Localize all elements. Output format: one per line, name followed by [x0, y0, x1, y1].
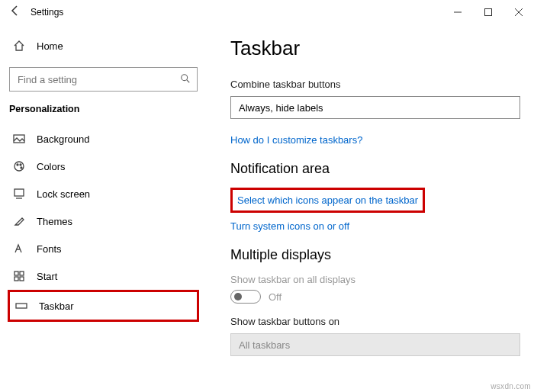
search-input[interactable]	[16, 73, 180, 86]
font-icon	[12, 243, 26, 255]
combine-label: Combine taskbar buttons	[230, 79, 528, 90]
svg-rect-14	[20, 272, 24, 275]
sidebar-item-label: Background	[37, 133, 89, 145]
show-buttons-select[interactable]: All taskbars	[230, 333, 520, 356]
sidebar-home-label: Home	[37, 40, 63, 52]
search-box[interactable]	[9, 67, 198, 92]
svg-point-8	[17, 164, 18, 165]
page-heading: Taskbar	[230, 37, 534, 60]
svg-rect-16	[20, 277, 24, 281]
customize-link[interactable]: How do I customize taskbars?	[230, 134, 528, 146]
sidebar-item-label: Taskbar	[39, 300, 74, 312]
sidebar-item-label: Start	[37, 271, 57, 282]
sidebar-item-lockscreen[interactable]: Lock screen	[0, 180, 207, 207]
svg-point-10	[21, 167, 22, 169]
notification-heading: Notification area	[230, 161, 528, 177]
svg-point-4	[182, 74, 188, 80]
svg-point-9	[20, 164, 21, 165]
combine-select[interactable]: Always, hide labels	[230, 96, 520, 119]
close-button[interactable]	[503, 0, 534, 24]
sidebar-item-label: Colors	[37, 161, 66, 172]
multiple-displays-heading: Multiple displays	[230, 247, 528, 263]
watermark: wsxdn.com	[491, 382, 531, 390]
svg-rect-13	[14, 272, 18, 275]
taskbar-icon	[14, 300, 28, 312]
svg-rect-17	[16, 304, 27, 308]
toggle-knob	[234, 293, 242, 300]
sidebar-item-home[interactable]: Home	[0, 32, 207, 59]
window-title: Settings	[31, 7, 63, 18]
title-bar: Settings	[0, 0, 534, 24]
sidebar-item-taskbar[interactable]: Taskbar	[10, 292, 197, 320]
sidebar-item-label: Fonts	[37, 243, 62, 255]
picture-icon	[12, 133, 26, 145]
palette-icon	[12, 160, 26, 172]
svg-rect-1	[485, 9, 492, 16]
show-buttons-label: Show taskbar buttons on	[230, 316, 528, 327]
sidebar-item-label: Themes	[37, 216, 72, 227]
home-icon	[12, 40, 26, 52]
svg-rect-15	[14, 277, 18, 281]
search-icon	[180, 73, 191, 86]
svg-rect-11	[14, 189, 24, 196]
combine-value: Always, hide labels	[239, 102, 323, 114]
highlight-box-select-icons: Select which icons appear on the taskbar	[230, 188, 425, 213]
toggle-state-text: Off	[269, 291, 281, 303]
brush-icon	[12, 215, 26, 227]
sidebar-item-label: Lock screen	[37, 188, 90, 200]
back-button[interactable]	[0, 5, 31, 20]
sidebar-item-background[interactable]: Background	[0, 125, 207, 153]
start-icon	[12, 270, 26, 282]
content-pane: Taskbar Combine taskbar buttons Always, …	[207, 24, 534, 392]
sidebar-item-start[interactable]: Start	[0, 262, 207, 290]
select-icons-link[interactable]: Select which icons appear on the taskbar	[237, 194, 418, 206]
show-all-toggle[interactable]	[230, 290, 261, 304]
svg-line-5	[187, 79, 190, 82]
sidebar-item-colors[interactable]: Colors	[0, 153, 207, 180]
highlight-box-taskbar: Taskbar	[8, 290, 199, 322]
sidebar-section-label: Personalization	[0, 104, 207, 114]
minimize-button[interactable]	[442, 0, 473, 24]
svg-point-7	[14, 162, 24, 171]
sidebar-item-themes[interactable]: Themes	[0, 207, 207, 235]
sidebar: Home Personalization Background Colors	[0, 24, 207, 392]
system-icons-link[interactable]: Turn system icons on or off	[230, 220, 528, 232]
lock-icon	[12, 188, 26, 200]
show-all-label: Show taskbar on all displays	[230, 274, 528, 285]
maximize-button[interactable]	[473, 0, 503, 24]
sidebar-item-fonts[interactable]: Fonts	[0, 235, 207, 262]
show-buttons-value: All taskbars	[239, 339, 290, 351]
